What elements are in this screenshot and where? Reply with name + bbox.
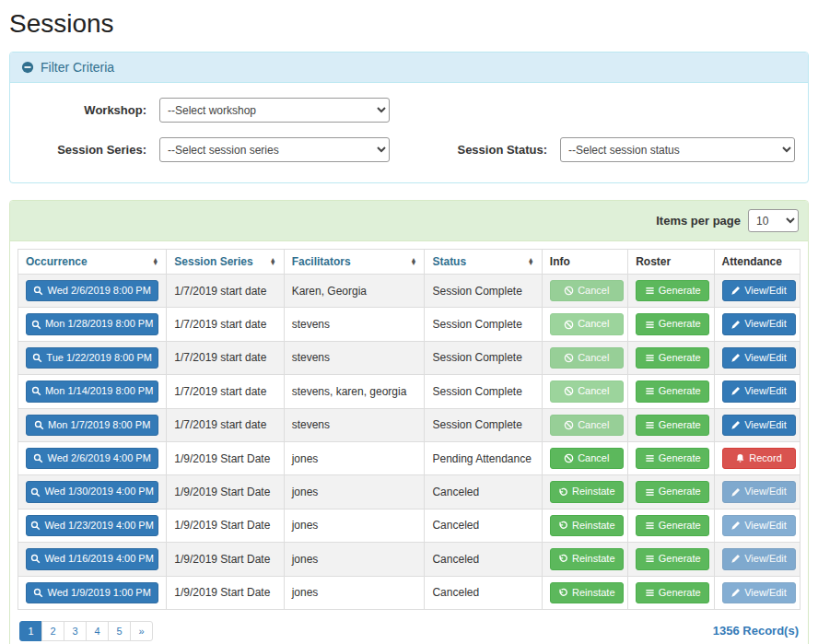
view-edit-button[interactable]: View/Edit (722, 313, 796, 334)
generate-button[interactable]: Generate (636, 548, 709, 569)
pencil-icon (730, 487, 741, 498)
column-header-status[interactable]: Status▲▼ (425, 250, 542, 275)
generate-button[interactable]: Generate (636, 481, 709, 502)
generate-button[interactable]: Generate (636, 381, 709, 402)
reinstate-button[interactable]: Reinstate (550, 582, 624, 603)
facilitators-cell: stevens (284, 308, 425, 341)
status-cell: Session Complete (425, 341, 542, 374)
occurrence-button[interactable]: Tue 1/22/2019 8:00 PM (26, 347, 158, 369)
reinstate-button[interactable]: Reinstate (550, 548, 624, 569)
status-cell: Session Complete (425, 408, 542, 441)
ban-icon (564, 353, 574, 363)
session-status-label: Session Status: (422, 143, 560, 157)
generate-button[interactable]: Generate (636, 347, 709, 369)
reinstate-button[interactable]: Reinstate (550, 481, 624, 502)
facilitators-cell: stevens, karen, georgia (284, 375, 425, 408)
generate-button[interactable]: Generate (636, 415, 709, 436)
record-button[interactable]: Record (722, 448, 796, 469)
reinstate-button[interactable]: Reinstate (550, 515, 624, 536)
sort-icon: ▲▼ (270, 258, 276, 265)
list-icon (645, 487, 655, 498)
pagination-page-5[interactable]: 5 (108, 621, 131, 641)
session-series-cell: 1/7/2019 start date (167, 408, 284, 441)
generate-button[interactable]: Generate (636, 515, 709, 536)
session-series-select[interactable]: --Select session series (159, 137, 390, 162)
list-icon (645, 386, 655, 396)
list-icon (645, 320, 655, 330)
session-series-cell: 1/9/2019 Start Date (167, 475, 284, 509)
workshop-select[interactable]: --Select workshop (159, 98, 390, 123)
view-edit-button[interactable]: View/Edit (722, 280, 796, 301)
session-series-cell: 1/9/2019 Start Date (167, 543, 284, 576)
occurrence-button[interactable]: Wed 1/16/2019 4:00 PM (26, 548, 158, 569)
session-series-cell: 1/7/2019 start date (167, 308, 284, 341)
filter-body: Workshop: --Select workshop Session Seri… (10, 83, 808, 182)
collapse-minus-icon[interactable] (21, 61, 34, 74)
ban-icon (564, 286, 574, 296)
view-edit-button[interactable]: View/Edit (722, 415, 796, 436)
records-count: 1356 Record(s) (713, 624, 799, 638)
sessions-table: Occurrence▲▼ Session Series▲▼ Facilitato… (18, 249, 800, 610)
generate-button[interactable]: Generate (636, 448, 709, 469)
sort-icon: ▲▼ (152, 258, 158, 265)
undo-icon (558, 521, 568, 531)
table-row: Wed 1/23/2019 4:00 PM1/9/2019 Start Date… (18, 509, 800, 542)
sort-icon: ▲▼ (411, 258, 417, 265)
ban-icon (564, 453, 574, 463)
filter-panel-heading[interactable]: Filter Criteria (10, 53, 808, 83)
generate-button[interactable]: Generate (636, 313, 709, 334)
pagination-page-1[interactable]: 1 (19, 621, 42, 641)
occurrence-button[interactable]: Wed 2/6/2019 4:00 PM (26, 448, 158, 469)
pagination-page-3[interactable]: 3 (64, 621, 87, 641)
occurrence-button[interactable]: Mon 1/14/2019 8:00 PM (26, 381, 158, 402)
cancel-button: Cancel (550, 415, 624, 436)
pencil-icon (730, 554, 741, 564)
view-edit-button: View/Edit (722, 481, 796, 502)
column-header-session-series[interactable]: Session Series▲▼ (167, 250, 284, 275)
pagination-page-2[interactable]: 2 (41, 621, 64, 641)
undo-icon (558, 487, 568, 498)
workshop-label: Workshop: (21, 103, 159, 117)
list-icon (645, 353, 655, 363)
items-per-page-select[interactable]: 10 (748, 209, 799, 232)
page-title: Sessions (9, 9, 809, 39)
sessions-panel-heading: Items per page 10 (10, 201, 808, 241)
view-edit-button[interactable]: View/Edit (722, 381, 796, 402)
status-cell: Canceled (425, 543, 542, 576)
pagination-page-4[interactable]: 4 (86, 621, 109, 641)
generate-button[interactable]: Generate (636, 582, 709, 603)
cancel-button[interactable]: Cancel (550, 448, 624, 469)
occurrence-button[interactable]: Mon 1/28/2019 8:00 PM (26, 313, 158, 334)
filter-title: Filter Criteria (41, 60, 114, 75)
status-cell: Session Complete (425, 308, 542, 341)
session-status-select[interactable]: --Select session status (560, 137, 795, 162)
sessions-panel: Items per page 10 Occurrence▲▼ Ses (9, 200, 809, 644)
search-icon (31, 386, 41, 396)
ban-icon (564, 420, 574, 430)
pagination-next[interactable]: » (130, 621, 153, 641)
column-header-occurrence[interactable]: Occurrence▲▼ (18, 250, 167, 275)
bell-icon (735, 453, 745, 463)
search-icon (33, 588, 43, 598)
undo-icon (558, 554, 568, 564)
view-edit-button[interactable]: View/Edit (722, 347, 796, 369)
session-series-cell: 1/7/2019 start date (167, 341, 284, 374)
column-header-attendance: Attendance (714, 250, 800, 275)
occurrence-button[interactable]: Wed 1/9/2019 1:00 PM (26, 582, 158, 603)
undo-icon (558, 588, 568, 598)
search-icon (33, 286, 43, 296)
occurrence-button[interactable]: Wed 1/23/2019 4:00 PM (26, 515, 158, 536)
occurrence-button[interactable]: Mon 1/7/2019 8:00 PM (26, 415, 158, 436)
generate-button[interactable]: Generate (636, 280, 709, 301)
table-row: Tue 1/22/2019 8:00 PM1/7/2019 start date… (18, 341, 800, 374)
search-icon (31, 320, 41, 330)
search-icon (30, 521, 41, 531)
page: Sessions Filter Criteria Workshop: --Sel… (0, 0, 818, 644)
cancel-button: Cancel (550, 381, 624, 402)
column-header-facilitators[interactable]: Facilitators▲▼ (284, 250, 425, 275)
search-icon (34, 420, 44, 430)
occurrence-button[interactable]: Wed 2/6/2019 8:00 PM (26, 280, 158, 301)
table-row: Wed 2/6/2019 4:00 PM1/9/2019 Start Datej… (18, 441, 800, 474)
occurrence-button[interactable]: Wed 1/30/2019 4:00 PM (26, 481, 158, 502)
facilitators-cell: stevens (284, 341, 425, 374)
